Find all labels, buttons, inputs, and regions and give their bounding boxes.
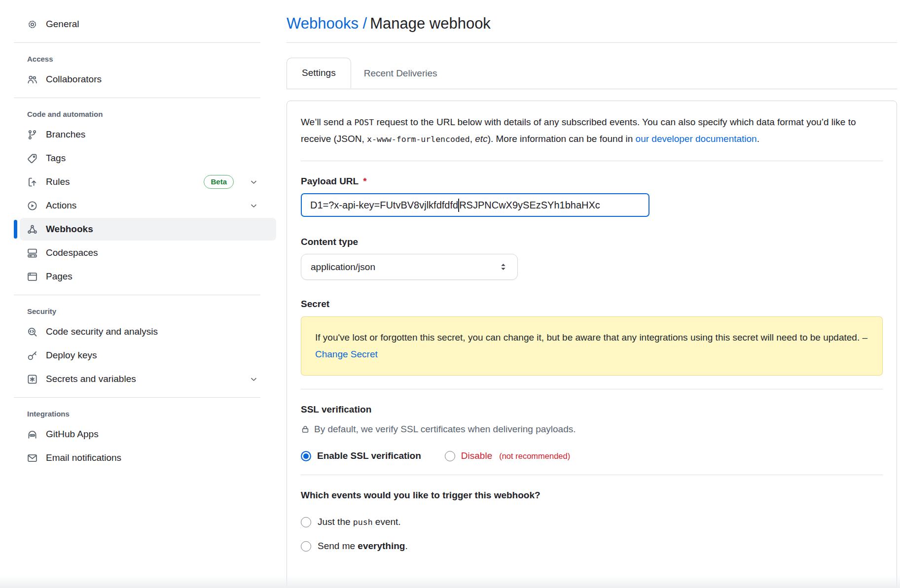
title-divider: [287, 42, 897, 43]
required-asterisk: *: [363, 176, 366, 187]
sidebar-item-label: Email notifications: [46, 452, 121, 463]
sidebar-item-rules[interactable]: RulesBeta: [20, 171, 276, 193]
sidebar-item-codespaces[interactable]: Codespaces: [20, 242, 276, 264]
sidebar-item-tags[interactable]: Tags: [20, 147, 276, 170]
select-sort-arrows-icon: [499, 262, 508, 272]
ssl-radio-group: Enable SSL verification Disable (not rec…: [301, 450, 883, 461]
tag-icon: [27, 153, 37, 164]
ssl-disable-label: Disable: [461, 450, 492, 461]
secret-warning-text: If you've lost or forgotten this secret,…: [315, 332, 867, 359]
inline-text: event.: [373, 517, 401, 527]
content-type-label: Content type: [301, 237, 883, 247]
browser-icon: [27, 272, 37, 282]
tab-settings[interactable]: Settings: [287, 58, 351, 89]
event-just-push-radio[interactable]: [301, 517, 311, 527]
beta-badge: Beta: [204, 175, 234, 189]
sidebar-item-label: Collaborators: [46, 74, 102, 85]
sidebar-item-label: Webhooks: [46, 224, 93, 235]
chevron-down-icon[interactable]: [249, 201, 258, 210]
sidebar-item-actions[interactable]: Actions: [20, 194, 276, 217]
settings-page: GeneralAccessCollaboratorsCode and autom…: [0, 0, 900, 588]
inline-text: ). More information can be found in: [488, 134, 636, 144]
inline-text: We’ll send a: [301, 117, 354, 127]
ssl-disable-note: (not recommended): [499, 451, 570, 461]
event-everything-label: Send me everything.: [318, 541, 408, 552]
event-option-everything: Send me everything.: [301, 541, 883, 552]
sidebar-item-label: Deploy keys: [46, 350, 97, 361]
payload-url-input[interactable]: D1=?x-api-key=FUtvBV8vjlkfdfdfdRSJPNCwX9…: [301, 193, 649, 217]
settings-sidebar: GeneralAccessCollaboratorsCode and autom…: [0, 0, 276, 588]
payload-url-label: Payload URL *: [301, 176, 883, 187]
event-option-just-push: Just the push event.: [301, 517, 883, 527]
sidebar-item-branches[interactable]: Branches: [20, 123, 276, 146]
event-just-push-label: Just the push event.: [318, 517, 401, 527]
sidebar-item-email-notifications[interactable]: Email notifications: [20, 447, 276, 469]
sidebar-item-label: Rules: [46, 176, 70, 187]
change-secret-link[interactable]: Change Secret: [315, 349, 378, 359]
inline-em: etc: [475, 134, 487, 144]
breadcrumb-webhooks-link[interactable]: Webhooks /: [287, 15, 367, 32]
chevron-down-icon[interactable]: [249, 375, 258, 384]
inline-text: Send me: [318, 541, 358, 551]
content-type-select[interactable]: application/json: [301, 254, 518, 280]
sidebar-divider: [14, 397, 260, 398]
sidebar-divider: [14, 295, 260, 295]
mail-icon: [27, 453, 37, 463]
intro-text: We’ll send a POST request to the URL bel…: [301, 114, 883, 147]
inline-text: Just the: [318, 517, 353, 527]
lock-icon: [301, 425, 310, 434]
git-branch-icon: [27, 130, 37, 140]
sidebar-item-webhooks[interactable]: Webhooks: [20, 218, 276, 241]
secret-warning-box: If you've lost or forgotten this secret,…: [301, 316, 883, 376]
sidebar-item-label: Tags: [46, 153, 66, 164]
developer-documentation-link[interactable]: our developer documentation: [636, 134, 757, 144]
ssl-disable-radio[interactable]: [445, 451, 455, 461]
inline-text: If you've lost or forgotten this secret,…: [315, 332, 867, 343]
sidebar-item-secrets-and-variables[interactable]: Secrets and variables: [20, 368, 276, 390]
key-icon: [27, 350, 37, 361]
sidebar-item-github-apps[interactable]: GitHub Apps: [20, 423, 276, 446]
inline-strong: everything: [358, 541, 405, 551]
ssl-verification-heading: SSL verification: [301, 404, 883, 415]
page-title-current: Manage webhook: [370, 15, 491, 32]
payload-url-label-text: Payload URL: [301, 176, 359, 187]
secret-label: Secret: [301, 299, 883, 310]
sidebar-item-general[interactable]: General: [20, 13, 276, 35]
page-title: Webhooks /Manage webhook: [287, 13, 897, 35]
people-icon: [27, 74, 37, 85]
play-icon: [27, 201, 37, 211]
webhook-settings-panel: We’ll send a POST request to the URL bel…: [287, 101, 897, 588]
ssl-enable-radio[interactable]: [301, 451, 311, 461]
sidebar-item-deploy-keys[interactable]: Deploy keys: [20, 344, 276, 367]
sidebar-item-label: Code security and analysis: [46, 326, 158, 337]
chevron-down-icon[interactable]: [249, 177, 258, 187]
payload-url-value-before-caret: D1=?x-api-key=FUtvBV8vjlkfdfdfd: [310, 200, 458, 211]
gear-icon: [27, 19, 37, 30]
main-content: Webhooks /Manage webhook Settings Recent…: [287, 0, 897, 588]
events-heading: Which events would you like to trigger t…: [301, 490, 883, 501]
webhook-icon: [27, 224, 37, 235]
section-divider: [301, 475, 883, 475]
sidebar-item-code-security-and-analysis[interactable]: Code security and analysis: [20, 320, 276, 343]
sidebar-section-code-and-automation: Code and automation: [27, 110, 276, 118]
sidebar-item-collaborators[interactable]: Collaborators: [20, 68, 276, 91]
event-everything-radio[interactable]: [301, 541, 311, 552]
sidebar-item-label: Actions: [46, 200, 76, 211]
sidebar-item-label: Pages: [46, 271, 72, 282]
secret-label-text: Secret: [301, 299, 329, 310]
secret-icon: [27, 374, 37, 384]
section-divider: [301, 389, 883, 389]
payload-url-value-after-caret: RSJPNCwX9ySEzSYh1bhaHXc: [459, 200, 600, 211]
sidebar-item-pages[interactable]: Pages: [20, 265, 276, 288]
inline-text: .: [405, 541, 407, 551]
sidebar-item-label: Secrets and variables: [46, 374, 136, 384]
sidebar-section-integrations: Integrations: [27, 410, 276, 418]
sidebar-item-label: General: [46, 19, 79, 30]
sidebar-item-label: Codespaces: [46, 247, 98, 258]
tab-recent-deliveries[interactable]: Recent Deliveries: [351, 58, 450, 89]
content-type-selected-value: application/json: [311, 262, 375, 273]
inline-code: POST: [354, 118, 374, 127]
inline-text: ,: [470, 134, 475, 144]
tab-bar: Settings Recent Deliveries: [287, 58, 897, 89]
code-scan-icon: [27, 327, 37, 337]
